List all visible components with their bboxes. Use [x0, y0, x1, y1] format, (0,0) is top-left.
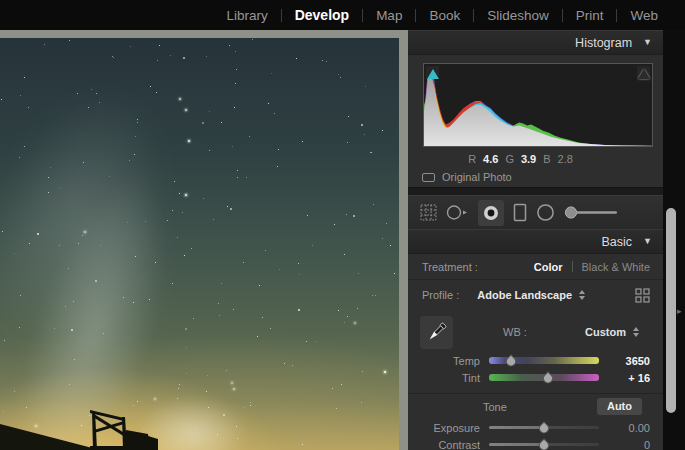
popup-caret-icon[interactable] — [633, 327, 639, 337]
ruined-tower-silhouette — [78, 408, 166, 450]
b-label: B — [543, 153, 550, 165]
develop-right-panel: Histogram ▼ R 4.6 G 3.9 B 2.8 — [408, 30, 663, 450]
wb-value-dropdown[interactable]: Custom — [585, 326, 626, 338]
contrast-label[interactable]: Contrast — [424, 439, 480, 450]
red-eye-tool-icon[interactable] — [478, 200, 504, 226]
exposure-slider-row: Exposure 0.00 — [408, 419, 663, 436]
histogram-panel-header[interactable]: Histogram ▼ — [408, 30, 663, 55]
profile-row: Profile : Adobe Landscape — [408, 280, 663, 310]
exposure-slider-knob[interactable] — [537, 421, 551, 435]
basic-title: Basic — [602, 235, 633, 249]
exposure-value[interactable]: 0.00 — [608, 422, 650, 434]
treatment-label: Treatment : — [422, 261, 478, 273]
contrast-slider-track[interactable] — [489, 443, 599, 446]
tint-value[interactable]: + 16 — [608, 372, 650, 384]
spot-removal-tool-icon[interactable] — [446, 204, 469, 221]
temp-value[interactable]: 3650 — [608, 355, 650, 367]
tint-slider-track[interactable] — [489, 374, 599, 381]
radial-filter-tool-icon[interactable] — [536, 203, 555, 222]
histogram-chart — [424, 64, 652, 146]
nav-print[interactable]: Print — [563, 8, 617, 23]
original-photo-label: Original Photo — [442, 171, 512, 183]
photo-frame-icon — [422, 173, 435, 182]
nav-web[interactable]: Web — [617, 8, 671, 23]
contrast-value[interactable]: 0 — [608, 439, 650, 450]
nav-develop[interactable]: Develop — [282, 7, 362, 23]
panel-divider — [408, 187, 663, 196]
scrollbar-thumb[interactable] — [666, 208, 676, 413]
popup-caret-icon[interactable] — [579, 290, 585, 300]
collapse-triangle-icon[interactable]: ▼ — [643, 38, 652, 47]
photo-preview-frame — [0, 30, 408, 450]
treatment-row: Treatment : Color Black & White — [408, 254, 663, 280]
g-label: G — [505, 153, 514, 165]
adjustment-brush-tool-icon[interactable] — [564, 205, 619, 220]
shadow-clipping-indicator[interactable] — [426, 66, 439, 79]
treatment-separator — [572, 261, 573, 272]
original-photo-row[interactable]: Original Photo — [408, 167, 663, 187]
highlight-clipping-indicator[interactable] — [637, 66, 650, 79]
profile-label: Profile : — [422, 289, 459, 301]
exposure-label[interactable]: Exposure — [424, 422, 480, 434]
white-balance-row: WB : Custom — [408, 312, 663, 352]
exposure-slider-track[interactable] — [489, 426, 599, 429]
module-picker: Library Develop Map Book Slideshow Print… — [0, 0, 685, 30]
tint-label[interactable]: Tint — [424, 372, 480, 384]
treatment-color-option[interactable]: Color — [534, 261, 563, 273]
shadow-clipping-triangle-icon — [427, 69, 439, 79]
crop-tool-icon[interactable] — [420, 204, 437, 221]
treatment-bw-option[interactable]: Black & White — [582, 261, 650, 273]
tone-section-header: Tone Auto — [408, 393, 663, 419]
nav-map[interactable]: Map — [363, 8, 415, 23]
g-value: 3.9 — [521, 153, 536, 165]
tool-strip — [408, 196, 663, 229]
histogram-title: Histogram — [575, 36, 632, 50]
b-value: 2.8 — [558, 153, 573, 165]
highlight-clipping-triangle-icon — [638, 69, 650, 79]
histogram-graph[interactable] — [423, 63, 653, 147]
collapse-triangle-icon[interactable]: ▼ — [643, 237, 652, 246]
temp-slider-knob[interactable] — [504, 354, 518, 368]
basic-panel-header[interactable]: Basic ▼ — [408, 229, 663, 254]
tint-slider-knob[interactable] — [541, 371, 555, 385]
tint-slider-row: Tint + 16 — [408, 369, 663, 386]
contrast-slider-knob[interactable] — [537, 438, 551, 450]
night-sky-photo[interactable] — [0, 38, 399, 450]
profile-browser-grid-icon[interactable] — [635, 288, 650, 303]
nav-slideshow[interactable]: Slideshow — [474, 8, 562, 23]
graduated-filter-tool-icon[interactable] — [513, 203, 527, 222]
rgb-readout: R 4.6 G 3.9 B 2.8 — [408, 150, 633, 167]
nav-library[interactable]: Library — [213, 8, 280, 23]
nav-book[interactable]: Book — [416, 8, 473, 23]
temp-slider-track[interactable] — [489, 357, 599, 364]
wb-label: WB : — [503, 326, 527, 338]
tone-label: Tone — [483, 401, 507, 413]
panel-collapse-arrow-icon[interactable]: ▸ — [677, 306, 682, 316]
panel-scrollbar: ▸ — [663, 30, 685, 450]
wb-eyedropper-button[interactable] — [420, 316, 453, 349]
auto-tone-button[interactable]: Auto — [597, 398, 642, 415]
r-value: 4.6 — [483, 153, 498, 165]
eyedropper-icon — [424, 319, 450, 345]
r-label: R — [468, 153, 476, 165]
temp-slider-row: Temp 3650 — [408, 352, 663, 369]
profile-value-dropdown[interactable]: Adobe Landscape — [477, 289, 572, 301]
contrast-slider-row: Contrast 0 — [408, 436, 663, 450]
temp-label[interactable]: Temp — [424, 355, 480, 367]
